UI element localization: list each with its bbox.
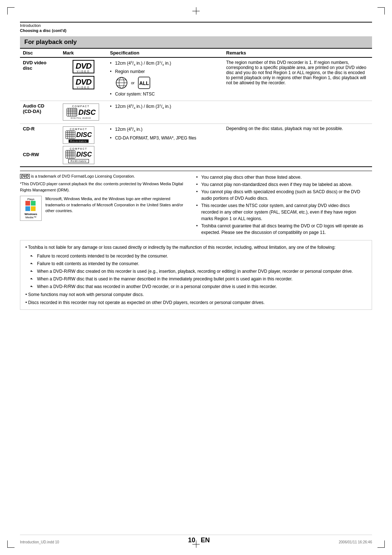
disc-letter: DISC <box>78 108 96 117</box>
section-title: For playback only <box>20 36 372 48</box>
dvd-trademark-line: DVD is a trademark of DVD Format/Logo Li… <box>20 174 189 179</box>
page-container: Introduction Choosing a disc (cont'd) Fo… <box>0 0 392 555</box>
footnote-area: DVD is a trademark of DVD Format/Logo Li… <box>20 171 372 236</box>
windows-media-label2: Windows <box>22 212 40 216</box>
header-section: Introduction Choosing a disc (cont'd) <box>20 22 372 33</box>
digital-audio-text: DIGITAL AUDIO <box>71 117 91 119</box>
mark-cdr: COMPACT <box>60 124 107 167</box>
right-bullet-item: Toshiba cannot guarantee that all discs … <box>196 223 366 236</box>
mark-dvd: DVD VIDEO DVD VIDEO <box>60 57 107 101</box>
dvd-trademark-icon: DVD <box>20 174 30 179</box>
cdr-disc-row: DISC <box>65 130 92 139</box>
dvd-spec-region: Region number <box>110 68 220 89</box>
subsection-label: Choosing a disc (cont'd) <box>20 28 372 33</box>
table-row-dvd: DVD video disc DVD VIDEO <box>20 57 372 101</box>
page-number: 10 EN <box>188 536 210 544</box>
svg-rect-35 <box>31 206 36 211</box>
table-row-cd: Audio CD (CD-DA) COMPACT <box>20 101 372 124</box>
main-content: Introduction Choosing a disc (cont'd) Fo… <box>20 22 372 533</box>
svg-rect-24 <box>66 150 75 158</box>
disc-mark-row: DISC <box>66 108 96 117</box>
dvd-spec-size: 12cm (43/4 in.) / 8cm (31/4 in.) <box>110 60 220 67</box>
dvd-logo-bottom: DVD VIDEO <box>73 76 94 89</box>
dvd-logo-top: DVD VIDEO <box>73 60 94 73</box>
remarks-cd <box>223 101 372 124</box>
spec-dvd: 12cm (43/4 in.) / 8cm (31/4 in.) Region … <box>107 57 223 101</box>
table-header-row: Disc Mark Specification Remarks <box>20 48 372 57</box>
footer-file: Introduction_UD.indd 10 <box>20 540 59 544</box>
svg-rect-32 <box>25 201 30 206</box>
cdrw-disc-text: DISC <box>76 151 92 158</box>
right-bullet-item: This recorder uses the NTSC color system… <box>196 202 366 222</box>
dvd-text-2: DVD <box>75 77 91 86</box>
note-item: – When a DVD-R/RW disc created on this r… <box>30 268 367 275</box>
disc-name-cd: Audio CD (CD-DA) <box>20 101 60 124</box>
note-additional: • Some functions may not work with perso… <box>25 291 367 298</box>
svg-rect-7 <box>67 108 77 116</box>
remarks-cdr: Depending on the disc status, playback m… <box>223 124 372 167</box>
cdr-disc-svg <box>65 130 75 139</box>
col-header-spec: Specification <box>107 48 223 57</box>
cdr-spec-formats: CD-DA FORMAT, MP3, WMA*, JPEG files <box>110 135 220 141</box>
dvd-box-1: DVD VIDEO <box>73 60 94 73</box>
note-item: – When a DVD-R/RW disc that is used in t… <box>30 276 367 282</box>
dvd-video-text-1: VIDEO <box>75 70 91 73</box>
or-text: or <box>131 80 135 86</box>
dvd-logo: DVD VIDEO DVD VIDEO <box>63 60 104 89</box>
disc-table: Disc Mark Specification Remarks DVD vide… <box>20 48 372 167</box>
col-header-remarks: Remarks <box>223 48 372 57</box>
dvd-video-text-2: VIDEO <box>75 86 91 89</box>
windows-media-text: Microsoft, Windows Media, and the Window… <box>45 196 189 214</box>
right-bullet-item: You cannot play non-standardized discs e… <box>196 181 366 188</box>
asterisk-note: *This DVD/CD player cannot playback the … <box>20 181 189 193</box>
header-line <box>20 22 372 23</box>
cdr-compact-text: COMPACT <box>70 128 87 130</box>
windows-logo-area: Plays Windows Media™ <box>20 196 42 221</box>
svg-rect-16 <box>66 131 75 139</box>
cd-spec-list: 12cm (43/4 in.) / 8cm (31/4 in.) <box>110 103 220 110</box>
region-icons: or ALL <box>115 76 220 89</box>
globe-icon <box>115 76 128 89</box>
dvd-spec-list: 12cm (43/4 in.) / 8cm (31/4 in.) Region … <box>110 60 220 97</box>
corner-mark-tl <box>7 7 15 15</box>
section-label: Introduction <box>20 23 372 28</box>
cdr-disc-text: DISC <box>76 131 92 139</box>
note-item: – Failure to edit contents as intended b… <box>30 260 367 267</box>
cdrw-logo: COMPACT <box>63 146 94 164</box>
right-bullet-item: You cannot play discs other than those l… <box>196 174 366 181</box>
corner-mark-tr <box>377 7 385 15</box>
right-bullet-list: You cannot play discs other than those l… <box>196 174 366 236</box>
spec-cd: 12cm (43/4 in.) / 8cm (31/4 in.) <box>107 101 223 124</box>
table-row-cdr: CD-R CD-RW COMPACT <box>20 124 372 167</box>
cdr-spec-size: 12cm (43/4 in.) <box>110 126 220 133</box>
compact-text: COMPACT <box>72 105 90 108</box>
recordable-badge: Recordable <box>69 139 89 143</box>
dvd-text-1: DVD <box>75 61 91 70</box>
dvd-box-2: DVD VIDEO <box>73 76 94 89</box>
svg-rect-33 <box>31 201 36 206</box>
corner-mark-br <box>377 540 385 548</box>
dvd-trademark-text: is a trademark of DVD Format/Logo Licens… <box>31 174 135 178</box>
disc-name-cdr: CD-R CD-RW <box>20 124 60 167</box>
footnote-right: You cannot play discs other than those l… <box>196 174 366 236</box>
cdr-spec-list: 12cm (43/4 in.) CD-DA FORMAT, MP3, WMA*,… <box>110 126 220 141</box>
note-item: – Failure to record contents intended to… <box>30 253 367 259</box>
cdrw-disc-row: DISC <box>65 150 92 159</box>
mark-cd: COMPACT <box>60 101 107 124</box>
spec-cdr: 12cm (43/4 in.) CD-DA FORMAT, MP3, WMA*,… <box>107 124 223 167</box>
note-additional: • Discs recorded in this recorder may no… <box>25 299 367 306</box>
crosshair-top <box>192 7 200 15</box>
windows-plays-label: Plays <box>22 198 40 201</box>
all-icon: ALL <box>138 76 151 89</box>
corner-mark-bl <box>7 540 15 548</box>
note-box: • Toshiba is not liable for any damage o… <box>20 240 372 310</box>
col-header-disc: Disc <box>20 48 60 57</box>
remarks-dvd: The region number of this DVD recorder i… <box>223 57 372 101</box>
windows-flag-icon <box>25 201 36 212</box>
note-item: – When a DVD-R/RW disc that was recorded… <box>30 283 367 290</box>
cd-logo: COMPACT <box>63 104 99 121</box>
col-header-mark: Mark <box>60 48 107 57</box>
rewritable-badge: ReWritable <box>68 159 89 163</box>
right-bullet-item: You cannot play discs with specialized e… <box>196 189 366 202</box>
footnote-left: DVD is a trademark of DVD Format/Logo Li… <box>20 174 189 236</box>
